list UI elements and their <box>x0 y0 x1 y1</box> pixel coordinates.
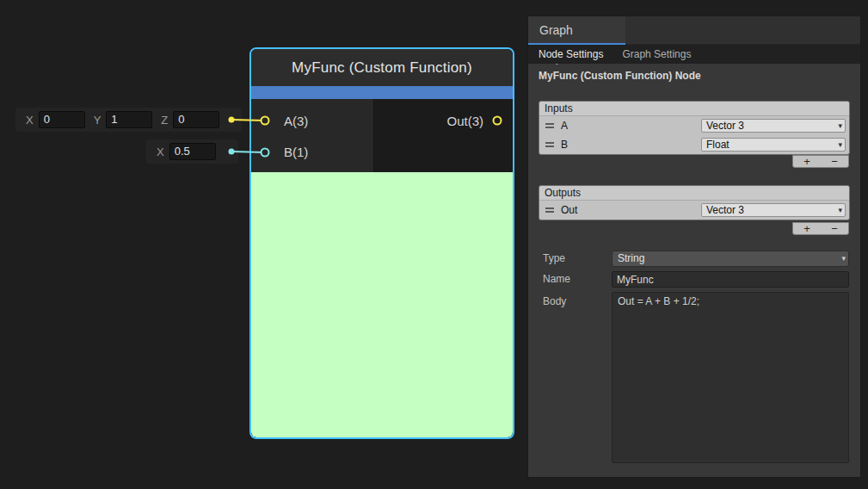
type-dropdown[interactable]: String ▾ <box>612 251 849 267</box>
field-input[interactable]: 0.5 <box>169 143 216 160</box>
vector3-field-z: Z 0 <box>161 111 219 128</box>
input-type-dropdown[interactable]: Vector 3 ▾ <box>701 119 846 133</box>
field-label: X <box>26 114 34 127</box>
field-label: Z <box>161 114 168 127</box>
inspector-tab-strip: Node Settings Graph Settings <box>528 45 860 64</box>
field-label: X <box>157 145 164 158</box>
node-settings-title: MyFunc (Custom Function) Node <box>539 70 701 82</box>
tab-node-settings[interactable]: Node Settings <box>539 45 603 64</box>
float-field-x: X 0.5 <box>157 143 216 160</box>
outputs-list-header: Outputs <box>539 186 849 201</box>
input-type-dropdown[interactable]: Float ▾ <box>701 138 846 152</box>
add-output-button[interactable]: + <box>793 223 821 234</box>
inspector-window-tab[interactable]: Graph Inspector <box>528 16 625 45</box>
outputs-list-footer: + − <box>792 222 849 235</box>
output-name: Out <box>561 204 577 216</box>
field-input[interactable]: 0 <box>173 111 219 128</box>
input-name: B <box>561 139 568 151</box>
body-label: Body <box>543 295 566 307</box>
node-preview <box>251 172 513 437</box>
vector3-field-y: Y 1 <box>94 111 153 128</box>
node-title: MyFunc (Custom Function) <box>251 49 513 86</box>
remove-input-button[interactable]: − <box>821 156 848 167</box>
graph-inspector-panel: Graph Inspector Node Settings Graph Sett… <box>527 15 861 478</box>
float-input-widget: X 0.5 <box>146 139 238 164</box>
custom-function-node[interactable]: MyFunc (Custom Function) A(3) B(1) Out(3… <box>249 47 514 439</box>
chevron-down-icon: ▾ <box>838 204 842 217</box>
node-accent-bar <box>251 86 513 99</box>
chevron-down-icon: ▾ <box>841 251 846 266</box>
input-ports-panel <box>251 99 374 172</box>
field-input[interactable]: 0 <box>39 111 85 128</box>
drag-handle-icon[interactable] <box>545 142 554 147</box>
drag-handle-icon[interactable] <box>545 123 554 128</box>
list-row: A Vector 3 ▾ <box>539 116 849 135</box>
input-port-label-b: B(1) <box>284 144 308 161</box>
chevron-down-icon: ▾ <box>838 139 842 152</box>
field-input[interactable]: 1 <box>106 111 152 128</box>
node-ports-area: A(3) B(1) Out(3) <box>251 99 513 172</box>
list-row: Out Vector 3 ▾ <box>539 201 849 220</box>
vector3-field-x: X 0 <box>26 111 85 128</box>
output-type-dropdown[interactable]: Vector 3 ▾ <box>701 203 846 217</box>
field-label: Y <box>94 114 102 127</box>
vector3-input-widget: X 0 Y 1 Z 0 <box>15 108 242 132</box>
type-label: Type <box>543 252 565 264</box>
body-textarea[interactable]: Out = A + B + 1/2; <box>612 292 849 463</box>
chevron-down-icon: ▾ <box>838 120 842 133</box>
drag-handle-icon[interactable] <box>545 207 554 213</box>
output-port-label-out: Out(3) <box>446 113 483 130</box>
remove-output-button[interactable]: − <box>821 223 848 234</box>
name-label: Name <box>543 273 570 285</box>
inputs-list: Inputs A Vector 3 ▾ B Float ▾ <box>539 101 850 155</box>
input-port-label-a: A(3) <box>284 113 308 130</box>
name-input[interactable] <box>612 271 849 288</box>
add-input-button[interactable]: + <box>793 156 821 167</box>
tab-graph-settings[interactable]: Graph Settings <box>622 45 691 64</box>
inputs-list-header: Inputs <box>539 102 849 116</box>
list-row: B Float ▾ <box>539 135 849 154</box>
inputs-list-footer: + − <box>792 155 849 168</box>
input-name: A <box>561 120 568 132</box>
outputs-list: Outputs Out Vector 3 ▾ <box>539 185 850 220</box>
inspector-header: Graph Inspector <box>528 16 860 45</box>
